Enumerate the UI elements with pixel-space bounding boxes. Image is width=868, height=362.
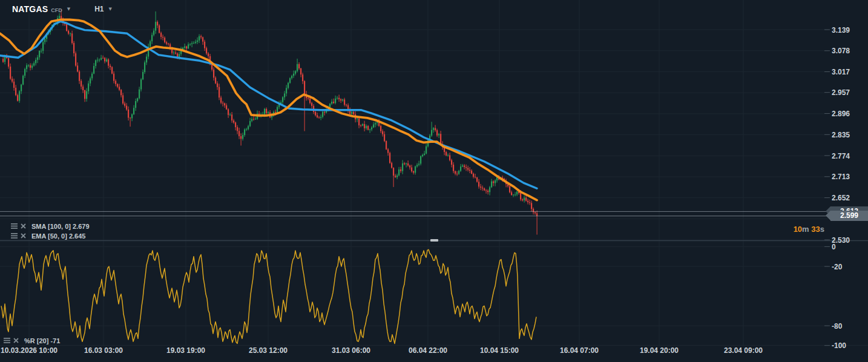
price-axis[interactable]: 3.1393.0783.0172.9572.8962.8352.7742.713… (824, 26, 850, 350)
indicator-close-icon[interactable] (12, 337, 20, 344)
indicator-settings-icon[interactable] (3, 337, 11, 344)
chevron-down-icon: ▼ (67, 7, 70, 12)
indicator-close-icon[interactable] (19, 223, 27, 229)
candle-countdown-timer: 10m 33s (794, 225, 824, 234)
chart-header: NATGAS CFD ▼ H1 ▼ (12, 4, 112, 14)
price-tick-label: 2.774 (832, 152, 850, 160)
legend-row-percent-r: %R [20] -71 (3, 337, 60, 344)
timeframe-selector[interactable]: H1 ▼ (94, 5, 112, 13)
price-tick-label: 2.835 (832, 131, 850, 139)
symbol-selector[interactable]: NATGAS CFD ▼ (12, 4, 70, 14)
legend-row-ema: EMA [50, 0] 2.645 (10, 232, 85, 240)
market-type-label: CFD (51, 7, 62, 13)
timeframe-label: H1 (94, 5, 104, 13)
price-tick-label: 2.713 (832, 173, 850, 181)
time-tick-label: 31.03 06:00 (332, 346, 370, 355)
indicator-settings-icon[interactable] (10, 223, 18, 229)
indicator-close-icon[interactable] (19, 232, 27, 239)
indicator-settings-icon[interactable] (10, 232, 18, 239)
time-tick-label: 10.04 15:00 (480, 346, 519, 355)
time-tick-label: 23.04 09:00 (724, 346, 763, 355)
countdown-minutes: 10 (794, 225, 802, 234)
sma-legend-label: SMA [100, 0] 2.679 (31, 223, 90, 230)
panel-resize-handle[interactable] (430, 239, 438, 242)
price-tick-label: 3.139 (832, 26, 850, 35)
candlesticks (2, 10, 538, 235)
time-tick-label: 25.03 12:00 (249, 346, 288, 355)
price-tick-label: 2.896 (832, 110, 850, 118)
time-tick-label: 16.03 03:00 (84, 346, 123, 355)
price-tick-label: 3.017 (832, 68, 850, 76)
price-tick-label: 2.652 (832, 194, 850, 202)
indicator-tick-label: -100 (832, 341, 846, 350)
indicator-tick-label: -20 (832, 263, 843, 271)
price-tick-label: 2.957 (832, 88, 850, 97)
price-tick-label: 3.078 (832, 47, 850, 55)
time-axis[interactable]: 10.03.2026 10:0016.03 03:0019.03 19:0025… (1, 346, 763, 355)
symbol-name: NATGAS (12, 4, 48, 14)
percent-r-legend-label: %R [20] -71 (24, 337, 60, 344)
ema-legend-label: EMA [50, 0] 2.645 (31, 232, 85, 240)
indicator-tick-label: -80 (832, 322, 843, 331)
time-tick-label: 19.04 20:00 (640, 346, 679, 355)
trading-chart-window: 3.1393.0783.0172.9572.8962.8352.7742.713… (0, 0, 868, 362)
time-tick-label: 19.03 19:00 (166, 346, 205, 355)
current-price-badge: 2.599 (830, 211, 868, 221)
indicator-tick-label: 0 (832, 243, 836, 251)
time-tick-label: 16.04 07:00 (560, 346, 599, 355)
time-tick-label: 10.03.2026 10:00 (1, 346, 58, 355)
legend-row-sma: SMA [100, 0] 2.679 (10, 222, 90, 230)
chart-canvas[interactable]: 3.1393.0783.0172.9572.8962.8352.7742.713… (0, 0, 868, 362)
chevron-down-icon: ▼ (109, 7, 112, 12)
percent-r-line[interactable] (1, 249, 536, 343)
time-tick-label: 06.04 22:00 (409, 346, 447, 355)
countdown-seconds: 33 (811, 225, 820, 234)
